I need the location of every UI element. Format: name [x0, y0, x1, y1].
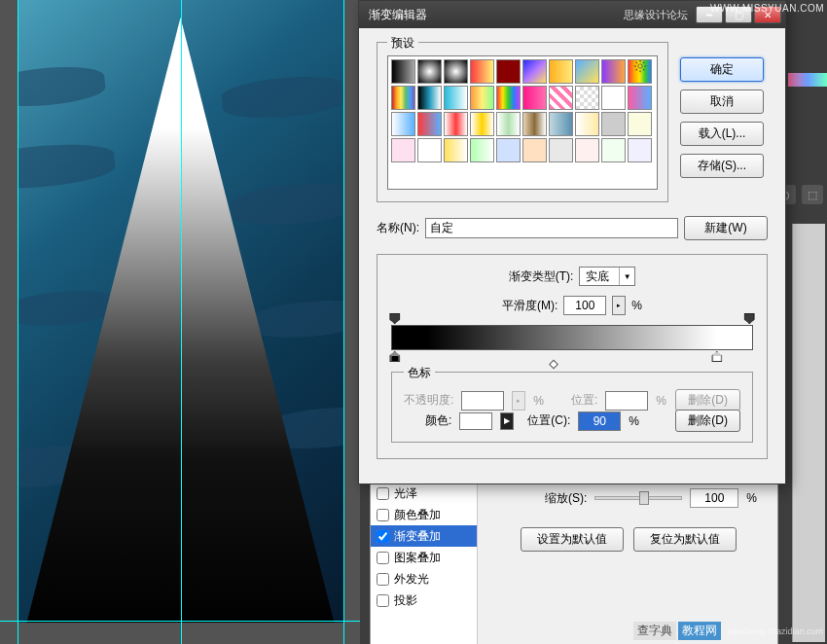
gradient-type-label: 渐变类型(T): [509, 268, 574, 285]
gear-icon[interactable] [633, 59, 647, 73]
preset-swatch[interactable] [496, 86, 521, 110]
fish-shape [18, 140, 117, 194]
preset-swatch[interactable] [549, 138, 573, 162]
preset-swatch[interactable] [628, 112, 652, 136]
color-well[interactable] [459, 412, 492, 430]
fish-shape [18, 63, 106, 110]
delete-color-stop-button[interactable]: 删除(D) [675, 410, 740, 432]
midpoint-stop[interactable] [549, 360, 558, 370]
load-button[interactable]: 载入(L)... [680, 122, 764, 146]
preset-swatch[interactable] [444, 86, 468, 110]
style-checkbox[interactable] [377, 552, 389, 564]
opacity-stop[interactable] [389, 313, 400, 324]
preset-swatch[interactable] [522, 59, 547, 84]
style-checkbox[interactable] [377, 487, 389, 500]
preset-swatch[interactable] [601, 59, 626, 84]
spinner-icon[interactable]: ▸ [612, 296, 626, 315]
position-label: 位置(C): [527, 412, 570, 429]
preset-swatch[interactable] [575, 138, 599, 162]
style-item-图案叠加[interactable]: 图案叠加 [371, 547, 477, 568]
preset-swatch[interactable] [601, 86, 626, 110]
scale-input[interactable] [690, 488, 738, 508]
style-checkbox[interactable] [377, 530, 389, 543]
preset-swatch[interactable] [496, 112, 521, 136]
preset-swatch[interactable] [575, 86, 599, 110]
preset-swatch[interactable] [444, 138, 468, 162]
color-label: 颜色: [425, 412, 451, 429]
scale-slider[interactable] [594, 496, 682, 500]
gradient-type-combo[interactable]: 实底 ▼ [579, 267, 635, 286]
preset-swatch[interactable] [522, 86, 547, 110]
guide-vertical[interactable] [343, 0, 344, 644]
preset-swatch[interactable] [575, 112, 599, 136]
preset-swatch[interactable] [470, 59, 494, 84]
color-stop[interactable] [389, 351, 400, 362]
guide-vertical[interactable] [18, 0, 18, 644]
color-stops-frame: 色标 不透明度: ▸ % 位置: % 删除(D) 颜色: ▶ 位置(C): [391, 372, 753, 443]
preset-swatch[interactable] [549, 59, 573, 84]
preset-swatch[interactable] [549, 112, 573, 136]
preset-swatch[interactable] [522, 138, 547, 162]
preset-swatch[interactable] [391, 138, 415, 162]
cancel-button[interactable]: 取消 [680, 89, 764, 114]
svg-line-5 [636, 62, 637, 63]
guide-horizontal[interactable] [0, 621, 360, 622]
preset-swatch[interactable] [601, 112, 626, 136]
new-button[interactable]: 新建(W) [684, 216, 768, 240]
ok-button[interactable]: 确定 [680, 57, 764, 82]
color-stop[interactable] [711, 351, 722, 362]
style-options: 缩放(S): % 设置为默认值 复位为默认值 [483, 483, 774, 644]
preset-swatch[interactable] [470, 138, 494, 162]
color-position-input[interactable] [578, 411, 621, 431]
name-input[interactable] [425, 218, 678, 238]
preset-frame: 预设 [377, 42, 668, 202]
smoothness-label: 平滑度(M): [502, 298, 557, 314]
panel-icon[interactable]: ⬚ [802, 185, 823, 204]
svg-point-0 [638, 64, 642, 68]
preset-swatch[interactable] [496, 138, 521, 162]
preset-swatch[interactable] [417, 59, 442, 84]
preset-swatch[interactable] [575, 59, 599, 84]
smoothness-input[interactable] [563, 296, 606, 315]
guide-vertical[interactable] [181, 0, 182, 644]
preset-swatch[interactable] [628, 86, 652, 110]
style-checkbox[interactable] [377, 509, 389, 521]
preset-swatch[interactable] [444, 59, 468, 84]
preset-swatch[interactable] [628, 138, 652, 162]
style-label: 颜色叠加 [394, 507, 441, 523]
preset-swatch[interactable] [417, 112, 442, 136]
style-item-光泽[interactable]: 光泽 [371, 483, 477, 504]
reset-default-button[interactable]: 复位为默认值 [633, 527, 737, 552]
preset-swatch[interactable] [417, 86, 442, 110]
style-checkbox[interactable] [377, 573, 389, 586]
preset-swatch[interactable] [391, 59, 415, 84]
save-button[interactable]: 存储(S)... [680, 154, 764, 178]
preset-swatch[interactable] [391, 86, 415, 110]
preset-swatch[interactable] [601, 138, 626, 162]
style-item-投影[interactable]: 投影 [371, 590, 477, 611]
preset-swatch[interactable] [549, 86, 573, 110]
style-item-渐变叠加[interactable]: 渐变叠加 [371, 525, 477, 547]
style-checkbox[interactable] [377, 594, 389, 607]
preset-grid-scroll[interactable] [387, 55, 658, 190]
style-item-外发光[interactable]: 外发光 [371, 568, 477, 590]
svg-line-7 [636, 69, 637, 70]
opacity-stop[interactable] [744, 313, 755, 324]
set-default-button[interactable]: 设置为默认值 [521, 527, 624, 552]
preset-swatch[interactable] [391, 112, 415, 136]
percent-label: % [746, 491, 757, 505]
preset-swatch[interactable] [417, 138, 442, 162]
style-label: 光泽 [394, 485, 417, 502]
preset-swatch[interactable] [496, 59, 521, 84]
chevron-down-icon[interactable]: ▼ [619, 268, 634, 285]
preset-swatch[interactable] [444, 112, 468, 136]
preset-swatch[interactable] [522, 112, 547, 136]
layer-style-panel: 光泽颜色叠加渐变叠加图案叠加外发光投影 缩放(S): % 设置为默认值 复位为默… [370, 482, 778, 644]
style-list: 光泽颜色叠加渐变叠加图案叠加外发光投影 [371, 483, 478, 644]
color-picker-arrow-icon[interactable]: ▶ [500, 412, 514, 430]
style-item-颜色叠加[interactable]: 颜色叠加 [371, 504, 477, 525]
gradient-bar[interactable] [391, 325, 753, 350]
titlebar-extra-label: 思缘设计论坛 [624, 8, 688, 22]
preset-swatch[interactable] [470, 112, 494, 136]
preset-swatch[interactable] [470, 86, 494, 110]
